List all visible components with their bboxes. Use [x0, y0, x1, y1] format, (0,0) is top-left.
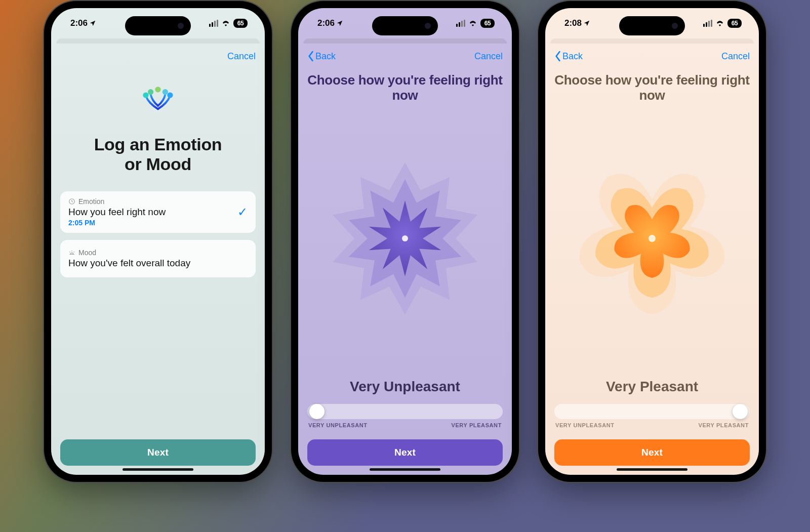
status-time: 2:08 — [564, 18, 582, 28]
home-indicator — [617, 468, 687, 471]
svg-point-2 — [155, 87, 160, 92]
mood-word: Very Pleasant — [554, 379, 750, 395]
option-label: How you've felt overall today — [68, 258, 248, 269]
wifi-icon — [715, 20, 724, 27]
back-button[interactable]: Back — [554, 51, 583, 62]
chevron-left-icon — [554, 51, 561, 62]
sunrise-icon — [68, 249, 75, 256]
signal-icon — [456, 20, 465, 27]
sheet: Cancel — [52, 44, 264, 475]
cancel-button[interactable]: Cancel — [227, 51, 256, 62]
status-bar: 2:06 65 — [298, 8, 512, 38]
slider-labels: VERY UNPLEASANT VERY PLEASANT — [554, 422, 750, 428]
nav-bar: Back Cancel — [307, 44, 503, 69]
sheet-background-stub — [303, 38, 507, 44]
svg-point-7 — [649, 235, 656, 242]
signal-icon — [703, 20, 712, 27]
mood-graphic-unpleasant — [307, 98, 503, 379]
home-indicator — [123, 468, 193, 471]
mood-slider[interactable] — [554, 404, 750, 419]
nav-bar: Cancel — [60, 44, 256, 69]
location-icon — [89, 20, 96, 27]
slider-max-label: VERY PLEASANT — [452, 422, 502, 428]
wifi-icon — [221, 20, 230, 27]
status-time: 2:06 — [317, 18, 335, 28]
sheet-background-stub — [550, 38, 754, 44]
status-bar: 2:06 65 — [51, 8, 265, 38]
option-emotion[interactable]: Emotion How you feel right now 2:05 PM ✓ — [60, 191, 256, 233]
svg-point-1 — [148, 89, 153, 95]
location-icon — [336, 20, 343, 27]
slider-thumb[interactable] — [309, 404, 325, 419]
page-title: Log an Emotion or Mood — [60, 135, 256, 174]
wellbeing-icon — [137, 83, 179, 126]
svg-point-3 — [163, 89, 168, 95]
wifi-icon — [468, 20, 477, 27]
option-mood[interactable]: Mood How you've felt overall today — [60, 240, 256, 277]
next-button[interactable]: Next — [554, 439, 750, 466]
battery-badge: 65 — [727, 19, 742, 28]
sheet: Back Cancel Choose how you're feeling ri… — [546, 44, 758, 475]
next-button[interactable]: Next — [307, 439, 503, 466]
mood-slider[interactable] — [307, 404, 503, 419]
cancel-button[interactable]: Cancel — [721, 51, 750, 62]
phone-frame: 2:08 65 Back Cancel Choose how you're fe… — [538, 1, 766, 482]
phone-frame: 2:06 65 Back Cancel Choose how you're fe… — [291, 1, 519, 482]
slider-thumb[interactable] — [733, 404, 748, 419]
cancel-button[interactable]: Cancel — [474, 51, 503, 62]
checkmark-icon: ✓ — [237, 205, 248, 219]
svg-point-6 — [402, 235, 408, 241]
svg-point-0 — [143, 92, 148, 98]
option-label: How you feel right now — [68, 207, 230, 218]
screen: 2:06 65 Back Cancel Choose how you're fe… — [298, 8, 512, 475]
sheet: Back Cancel Choose how you're feeling ri… — [299, 44, 511, 475]
nav-bar: Back Cancel — [554, 44, 750, 69]
screen: 2:06 65 Cancel — [51, 8, 265, 475]
mood-graphic-pleasant — [554, 98, 750, 379]
option-time: 2:05 PM — [68, 219, 230, 227]
slider-labels: VERY UNPLEASANT VERY PLEASANT — [307, 422, 503, 428]
clock-icon — [68, 198, 75, 205]
slider-min-label: VERY UNPLEASANT — [555, 422, 615, 428]
sheet-background-stub — [56, 38, 260, 44]
screen: 2:08 65 Back Cancel Choose how you're fe… — [545, 8, 759, 475]
option-eyebrow: Emotion — [78, 197, 104, 206]
location-icon — [583, 20, 590, 27]
home-indicator — [370, 468, 440, 471]
option-eyebrow: Mood — [78, 249, 96, 257]
phone-frame: 2:06 65 Cancel — [44, 1, 272, 482]
back-label: Back — [562, 51, 583, 62]
status-time: 2:06 — [70, 18, 88, 28]
chevron-left-icon — [307, 51, 314, 62]
slider-min-label: VERY UNPLEASANT — [308, 422, 368, 428]
back-label: Back — [315, 51, 336, 62]
signal-icon — [209, 20, 218, 27]
slider-max-label: VERY PLEASANT — [699, 422, 749, 428]
option-list: Emotion How you feel right now 2:05 PM ✓… — [60, 191, 256, 277]
back-button[interactable]: Back — [307, 51, 336, 62]
battery-badge: 65 — [480, 19, 495, 28]
status-bar: 2:08 65 — [545, 8, 759, 38]
svg-point-4 — [167, 92, 173, 98]
next-button[interactable]: Next — [60, 439, 256, 466]
battery-badge: 65 — [233, 19, 248, 28]
mood-word: Very Unpleasant — [307, 379, 503, 395]
